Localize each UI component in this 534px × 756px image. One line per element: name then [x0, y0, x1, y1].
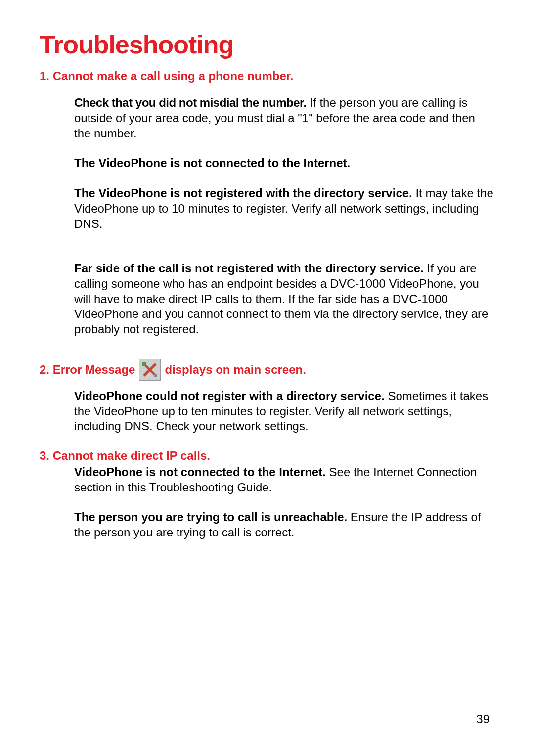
error-x-icon: [139, 359, 161, 381]
section-2-heading: 2. Error Message displays on main screen…: [40, 359, 494, 381]
section-1-body: Check that you did not misdial the numbe…: [74, 95, 494, 337]
paragraph: The VideoPhone is not connected to the I…: [74, 156, 494, 171]
section-2-heading-pre: 2. Error Message: [40, 363, 135, 377]
svg-rect-2: [142, 362, 146, 366]
page-title: Troubleshooting: [40, 30, 494, 59]
paragraph-bold: The person you are trying to call is unr…: [74, 510, 347, 524]
paragraph: The person you are trying to call is unr…: [74, 510, 494, 540]
paragraph: VideoPhone could not register with a dir…: [74, 389, 494, 434]
paragraph-bold: VideoPhone could not register with a dir…: [74, 389, 385, 402]
paragraph-bold: The VideoPhone is not registered with th…: [74, 186, 412, 200]
paragraph: Far side of the call is not registered w…: [74, 261, 494, 337]
paragraph-bold: Check that you did not misdial the numbe…: [74, 96, 307, 109]
section-2-heading-post: displays on main screen.: [165, 363, 306, 377]
page-number: 39: [476, 712, 490, 726]
section-3-body: VideoPhone is not connected to the Inter…: [74, 465, 494, 540]
paragraph: Check that you did not misdial the numbe…: [74, 95, 494, 141]
section-3-heading: 3. Cannot make direct IP calls.: [40, 449, 494, 463]
section-1-heading: 1. Cannot make a call using a phone numb…: [40, 68, 494, 84]
paragraph: VideoPhone is not connected to the Inter…: [74, 465, 494, 495]
paragraph-bold: The VideoPhone is not connected to the I…: [74, 156, 350, 170]
svg-rect-3: [154, 374, 157, 377]
section-2-body: VideoPhone could not register with a dir…: [74, 389, 494, 434]
paragraph-bold: Far side of the call is not registered w…: [74, 262, 424, 275]
paragraph: The VideoPhone is not registered with th…: [74, 186, 494, 231]
paragraph-bold: VideoPhone is not connected to the Inter…: [74, 465, 326, 479]
